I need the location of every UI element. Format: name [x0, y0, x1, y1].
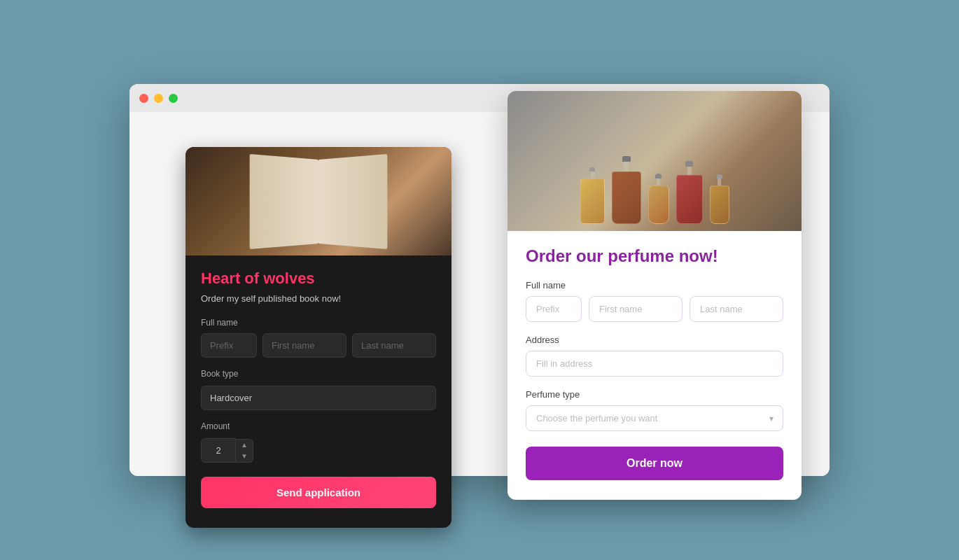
- perfume-prefix-input[interactable]: [526, 296, 582, 322]
- perfume-bottle-3: [648, 174, 669, 224]
- perfume-address-input[interactable]: [526, 351, 783, 377]
- book-subtitle: Order my self published book now!: [201, 293, 436, 304]
- amount-down-button[interactable]: ▼: [236, 451, 253, 462]
- book-title: Heart of wolves: [201, 270, 436, 288]
- book-type-label: Book type: [201, 369, 436, 379]
- book-lastname-input[interactable]: [352, 333, 436, 358]
- book-type-input[interactable]: [201, 386, 436, 410]
- perfume-full-name-row: [526, 296, 783, 322]
- amount-group: ▲ ▼: [201, 438, 436, 463]
- book-page-right: [318, 154, 387, 249]
- amount-label: Amount: [201, 421, 436, 431]
- maximize-button[interactable]: [169, 94, 178, 103]
- close-button[interactable]: [139, 94, 148, 103]
- amount-input[interactable]: [201, 438, 236, 463]
- perfume-lastname-input[interactable]: [690, 296, 783, 322]
- minimize-button[interactable]: [154, 94, 163, 103]
- amount-spinner: ▲ ▼: [236, 439, 253, 463]
- book-firstname-input[interactable]: [262, 333, 346, 358]
- book-card-image: [186, 147, 451, 255]
- book-page-left: [250, 154, 318, 249]
- book-visual: [186, 147, 451, 255]
- perfume-bottle-5: [710, 174, 729, 224]
- book-card-body: Heart of wolves Order my self published …: [186, 255, 451, 528]
- perfume-type-select-wrapper: Choose the perfume you want Floral Woody…: [526, 405, 783, 431]
- perfume-full-name-label: Full name: [526, 280, 783, 290]
- perfume-visual: [507, 91, 802, 231]
- send-application-button[interactable]: Send application: [201, 477, 436, 508]
- book-prefix-input[interactable]: [201, 333, 257, 358]
- perfume-firstname-input[interactable]: [589, 296, 682, 322]
- perfume-bottle-4: [676, 161, 703, 224]
- amount-up-button[interactable]: ▲: [236, 440, 253, 451]
- order-now-button[interactable]: Order now: [526, 447, 783, 480]
- perfume-title: Order our perfume now!: [526, 246, 783, 266]
- perfume-address-label: Address: [526, 335, 783, 345]
- full-name-label: Full name: [201, 318, 436, 328]
- book-pages: [248, 156, 388, 247]
- perfume-bottle-1: [580, 167, 605, 224]
- perfume-form-card: Order our perfume now! Full name Address…: [507, 91, 802, 500]
- perfume-type-label: Perfume type: [526, 389, 783, 400]
- browser-content: Heart of wolves Order my self published …: [130, 112, 830, 476]
- perfume-card-image: [507, 91, 802, 231]
- browser-window: Heart of wolves Order my self published …: [130, 84, 830, 476]
- perfume-card-body: Order our perfume now! Full name Address…: [507, 231, 802, 500]
- full-name-row: [201, 333, 436, 358]
- perfume-bottle-2: [612, 156, 641, 224]
- perfume-type-select[interactable]: Choose the perfume you want Floral Woody…: [526, 405, 783, 431]
- book-form-card: Heart of wolves Order my self published …: [186, 147, 451, 528]
